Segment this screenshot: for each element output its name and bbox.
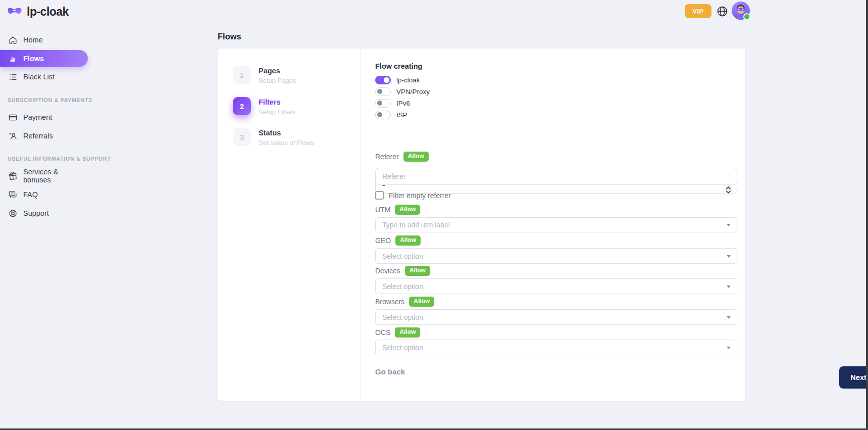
language-globe-icon[interactable] bbox=[716, 5, 729, 18]
sidebar-item-flows[interactable]: Flows bbox=[0, 50, 88, 67]
go-back-link[interactable]: Go back bbox=[375, 367, 405, 376]
ocs-input[interactable] bbox=[375, 340, 737, 355]
toggle-row-lp-cloak: lp-cloak bbox=[375, 75, 420, 84]
online-status-dot bbox=[743, 13, 750, 20]
sidebar-item-label: Referrals bbox=[23, 132, 53, 140]
brand-name: lp-cloak bbox=[27, 5, 69, 19]
sidebar-item-label: Home bbox=[23, 36, 43, 44]
step-subtitle: Set status of Flows bbox=[259, 139, 314, 147]
geo-select[interactable] bbox=[375, 248, 737, 264]
sidebar-item-home[interactable]: Home bbox=[0, 32, 88, 47]
toggle-label: IPv6 bbox=[396, 100, 410, 107]
faq-icon: ?! bbox=[8, 189, 18, 200]
chevron-down-icon bbox=[727, 347, 731, 349]
number-stepper-icon[interactable] bbox=[725, 184, 732, 196]
next-step-button[interactable]: Next step bbox=[839, 366, 868, 389]
vip-button[interactable]: VIP bbox=[685, 4, 711, 18]
toggle-row-ipv6: IPv6 bbox=[375, 99, 410, 108]
sidebar-item-support[interactable]: Support bbox=[0, 206, 88, 221]
sidebar-item-label: Payment bbox=[23, 113, 52, 121]
devices-input[interactable] bbox=[375, 278, 737, 294]
utm-select[interactable] bbox=[375, 217, 737, 232]
mask-logo-icon bbox=[7, 7, 22, 18]
user-avatar[interactable] bbox=[732, 2, 750, 20]
utm-allow-badge[interactable]: Allow bbox=[395, 205, 420, 214]
flow-card: 1 Pages Setup Pages 2 Filters Setup Filt… bbox=[218, 49, 745, 401]
sidebar-item-label: Services & bonuses bbox=[23, 168, 88, 184]
flows-icon bbox=[8, 54, 18, 64]
ipv6-toggle[interactable] bbox=[375, 99, 391, 108]
gift-icon bbox=[8, 171, 18, 181]
step-number: 1 bbox=[233, 66, 251, 84]
sidebar-item-services-bonuses[interactable]: Services & bonuses bbox=[0, 168, 88, 183]
home-icon bbox=[8, 35, 18, 45]
step-title: Pages bbox=[259, 66, 296, 75]
vpn-proxy-toggle[interactable] bbox=[375, 87, 391, 96]
step-subtitle: Setup Pages bbox=[259, 77, 296, 84]
sidebar-item-label: FAQ bbox=[23, 190, 38, 199]
referer-input[interactable] bbox=[375, 168, 737, 185]
browsers-select[interactable] bbox=[375, 309, 737, 325]
checkbox-label: Filter empty referrer bbox=[389, 192, 451, 200]
step-title: Status bbox=[259, 128, 314, 137]
app-window: lp-cloak Home Flows Black List SUBSCRIP bbox=[0, 0, 868, 430]
sidebar-item-label: Support bbox=[23, 209, 49, 217]
toggle-row-isp: ISP bbox=[375, 110, 407, 119]
ocs-label-row: OCS Allow bbox=[375, 327, 420, 338]
toggle-label: ISP bbox=[396, 111, 407, 119]
devices-allow-badge[interactable]: Allow bbox=[405, 266, 430, 275]
section-divider-line bbox=[115, 159, 117, 159]
blacklist-icon bbox=[8, 72, 18, 82]
sidebar-section-subscription-payments: SUBSCRIPTION & PAYMENTS bbox=[8, 97, 84, 103]
sidebar-item-label: Black List bbox=[23, 73, 55, 81]
devices-label: Devices bbox=[375, 267, 400, 275]
ocs-select[interactable] bbox=[375, 340, 737, 355]
isp-toggle[interactable] bbox=[375, 111, 391, 119]
step-status[interactable]: 3 Status Set status of Flows bbox=[233, 128, 314, 147]
referrals-icon bbox=[8, 131, 18, 141]
step-number: 2 bbox=[233, 97, 251, 115]
step-pages[interactable]: 1 Pages Setup Pages bbox=[233, 66, 296, 84]
ocs-allow-badge[interactable]: Allow bbox=[395, 327, 420, 337]
sidebar-item-black-list[interactable]: Black List bbox=[0, 69, 88, 84]
svg-text:?!: ?! bbox=[10, 192, 13, 195]
devices-label-row: Devices Allow bbox=[375, 266, 430, 276]
payment-icon bbox=[8, 112, 18, 122]
utm-label: UTM bbox=[375, 206, 390, 214]
sidebar-item-payment[interactable]: Payment bbox=[0, 110, 88, 125]
filter-empty-referrer-checkbox[interactable] bbox=[375, 191, 384, 200]
chevron-down-icon bbox=[727, 224, 731, 226]
lp-cloak-toggle[interactable] bbox=[375, 76, 391, 84]
chevron-down-icon bbox=[727, 316, 731, 319]
brand[interactable]: lp-cloak bbox=[7, 5, 69, 19]
sidebar-item-faq[interactable]: ?! FAQ bbox=[0, 187, 88, 202]
step-filters[interactable]: 2 Filters Setup Filters bbox=[233, 97, 295, 116]
toggle-row-vpn-proxy: VPN/Proxy bbox=[375, 87, 430, 96]
step-title: Filters bbox=[259, 97, 295, 106]
page-title: Flows bbox=[218, 32, 241, 41]
utm-label-row: UTM Allow bbox=[375, 205, 420, 215]
referer-label-row: Referer Allow bbox=[375, 152, 429, 162]
flow-creating-form: Flow creating lp-cloak VPN/Proxy IPv6 IS… bbox=[375, 49, 737, 401]
toggle-label: lp-cloak bbox=[396, 76, 420, 84]
section-divider-line bbox=[96, 100, 98, 101]
window-right-edge bbox=[866, 0, 868, 430]
geo-allow-badge[interactable]: Allow bbox=[395, 235, 421, 245]
sidebar-item-referrals[interactable]: Referrals bbox=[0, 128, 88, 144]
browsers-allow-badge[interactable]: Allow bbox=[409, 297, 434, 306]
browsers-label-row: Browsers Allow bbox=[375, 297, 434, 307]
support-lifebuoy-icon bbox=[8, 208, 18, 218]
geo-input[interactable] bbox=[375, 248, 737, 264]
form-title: Flow creating bbox=[375, 62, 422, 70]
devices-select[interactable] bbox=[375, 278, 737, 294]
filter-empty-referrer-row[interactable]: Filter empty referrer bbox=[375, 191, 451, 200]
referer-allow-badge[interactable]: Allow bbox=[403, 152, 429, 161]
toggle-label: VPN/Proxy bbox=[396, 88, 430, 95]
geo-label-row: GEO Allow bbox=[375, 235, 421, 246]
browsers-input[interactable] bbox=[375, 309, 737, 325]
chevron-down-icon bbox=[727, 255, 731, 258]
step-subtitle: Setup Filters bbox=[259, 108, 295, 116]
stepper: 1 Pages Setup Pages 2 Filters Setup Filt… bbox=[218, 49, 361, 401]
utm-input[interactable] bbox=[375, 217, 737, 232]
step-number: 3 bbox=[233, 128, 251, 146]
